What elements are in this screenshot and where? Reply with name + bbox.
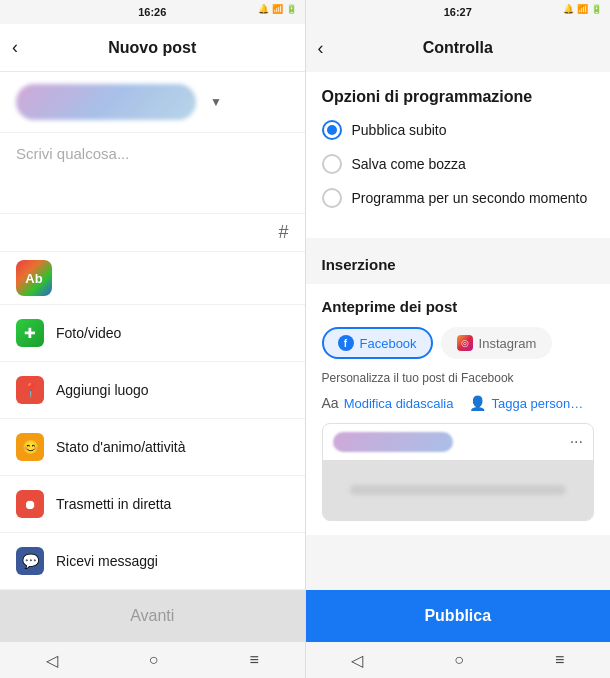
mood-icon: 😊 [16,433,44,461]
left-time: 16:26 [138,6,166,18]
action-row: Aa Modifica didascalia 👤 Tagga person… [322,395,595,411]
publish-button[interactable]: Pubblica [306,590,611,642]
option-publish-now[interactable]: Pubblica subito [322,120,595,140]
text-placeholder: Scrivi qualcosa... [16,145,129,162]
left-status-bar: 16:26 🔔 📶 🔋 [0,0,305,24]
left-status-icons: 🔔 📶 🔋 [258,4,297,14]
inserzione-title: Inserzione [322,256,396,273]
left-nav-back-icon[interactable]: ◁ [46,651,58,670]
left-nav-menu-icon[interactable]: ≡ [250,651,259,669]
radio-schedule[interactable] [322,188,342,208]
option-schedule[interactable]: Programma per un secondo momento [322,188,595,208]
scheduling-title: Opzioni di programmazione [322,88,595,106]
menu-list: ✚ Foto/video 📍 Aggiungi luogo 😊 Stato d'… [0,305,305,590]
schedule-label: Programma per un secondo momento [352,190,588,206]
facebook-icon: f [338,335,354,351]
photo-video-label: Foto/video [56,325,121,341]
menu-item-live[interactable]: ⏺ Trasmetti in diretta [0,476,305,533]
post-preview-image [323,460,594,520]
left-panel: 16:26 🔔 📶 🔋 ‹ Nuovo post ▼ Scrivi qualco… [0,0,305,678]
next-button[interactable]: Avanti [0,590,305,642]
right-status-bar: 16:27 🔔 📶 🔋 [306,0,611,24]
tag-person-label: Tagga person… [491,396,583,411]
caption-icon: Aa [322,395,339,411]
user-avatar [16,84,196,120]
tab-facebook[interactable]: f Facebook [322,327,433,359]
right-status-icons: 🔔 📶 🔋 [563,4,602,14]
left-back-button[interactable]: ‹ [12,37,18,58]
mood-label: Stato d'animo/attività [56,439,186,455]
right-nav-menu-icon[interactable]: ≡ [555,651,564,669]
publish-now-label: Pubblica subito [352,122,447,138]
right-nav-bar: ◁ ○ ≡ [306,642,611,678]
right-nav-back-icon[interactable]: ◁ [351,651,363,670]
right-page-title: Controlla [423,39,493,57]
edit-caption-label: Modifica didascalia [344,396,454,411]
dropdown-arrow-icon[interactable]: ▼ [210,95,222,109]
radio-publish-now[interactable] [322,120,342,140]
preview-tab-row: f Facebook ◎ Instagram [322,327,595,359]
right-nav-home-icon[interactable]: ○ [454,651,464,669]
format-button[interactable]: Ab [16,260,52,296]
left-top-bar: ‹ Nuovo post [0,24,305,72]
instagram-icon: ◎ [457,335,473,351]
content-area: Opzioni di programmazione Pubblica subit… [306,72,611,590]
menu-item-messages[interactable]: 💬 Ricevi messaggi [0,533,305,590]
menu-item-mood[interactable]: 😊 Stato d'animo/attività [0,419,305,476]
menu-item-photo-video[interactable]: ✚ Foto/video [0,305,305,362]
messages-label: Ricevi messaggi [56,553,158,569]
inserzione-section: Inserzione [306,246,611,284]
preview-user-avatar [333,432,453,452]
photo-video-icon: ✚ [16,319,44,347]
right-top-bar: ‹ Controlla [306,24,611,72]
right-panel: 16:27 🔔 📶 🔋 ‹ Controlla Opzioni di progr… [306,0,611,678]
user-selector-row[interactable]: ▼ [0,72,305,133]
format-button-row: Ab [0,252,305,305]
post-options-icon[interactable]: ··· [570,433,583,451]
right-signal-icon: 📶 [577,4,588,14]
blurred-content [350,485,566,495]
tab-instagram[interactable]: ◎ Instagram [441,327,553,359]
post-preview-card: ··· [322,423,595,521]
post-text-area[interactable]: Scrivi qualcosa... [0,133,305,214]
messages-icon: 💬 [16,547,44,575]
signal-icon: 📶 [272,4,283,14]
bell-icon: 🔔 [258,4,269,14]
edit-caption-button[interactable]: Aa Modifica didascalia [322,395,454,411]
left-page-title: Nuovo post [108,39,196,57]
save-draft-label: Salva come bozza [352,156,466,172]
right-bell-icon: 🔔 [563,4,574,14]
left-nav-bar: ◁ ○ ≡ [0,642,305,678]
instagram-tab-label: Instagram [479,336,537,351]
post-preview-header: ··· [323,424,594,460]
tag-person-icon: 👤 [469,395,486,411]
option-save-draft[interactable]: Salva come bozza [322,154,595,174]
preview-title: Anteprime dei post [322,298,595,315]
live-label: Trasmetti in diretta [56,496,171,512]
radio-save-draft[interactable] [322,154,342,174]
tag-person-button[interactable]: 👤 Tagga person… [469,395,583,411]
right-back-button[interactable]: ‹ [318,38,324,59]
scheduling-section: Opzioni di programmazione Pubblica subit… [306,72,611,238]
preview-section: Anteprime dei post f Facebook ◎ Instagra… [306,284,611,535]
battery-icon: 🔋 [286,4,297,14]
personalizza-label: Personalizza il tuo post di Facebook [322,371,595,385]
hashtag-row: # [0,214,305,252]
left-nav-home-icon[interactable]: ○ [149,651,159,669]
facebook-tab-label: Facebook [360,336,417,351]
right-battery-icon: 🔋 [591,4,602,14]
right-time: 16:27 [444,6,472,18]
location-label: Aggiungi luogo [56,382,149,398]
live-icon: ⏺ [16,490,44,518]
radio-inner-dot [327,125,337,135]
location-icon: 📍 [16,376,44,404]
menu-item-location[interactable]: 📍 Aggiungi luogo [0,362,305,419]
hashtag-icon[interactable]: # [278,222,288,243]
